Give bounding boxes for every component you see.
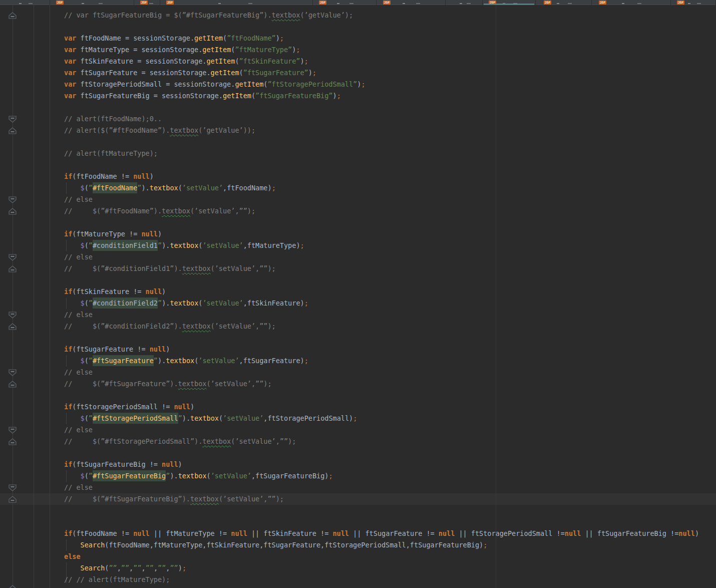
code-token: ”ftSkinFeature” [239,57,300,65]
code-line: if(ftFoodName != null || ftMatureType !=… [64,528,699,539]
code-token: ,ftSugarFeatureBig) [251,472,328,480]
code-token: var [64,80,76,88]
code-token: textbox [170,299,198,307]
code-token: ftFoodName = sessionStorage. [76,34,194,42]
code-token: ’setValue’ [223,414,263,422]
fold-region-start-icon[interactable] [9,311,17,318]
code-line: var ftFoodName = sessionStorage.getItem(… [64,33,284,44]
fold-region-start-icon[interactable] [9,196,17,203]
code-token: ftSugarFeatureBig = sessionStorage. [76,92,223,100]
code-line: Search(””,””,””,””,””,””); [64,562,186,574]
code-token: // else [64,368,93,376]
code-token: textbox [150,184,178,192]
fold-region-start-icon[interactable] [9,253,17,260]
editor-tab[interactable]: JSP [671,0,716,5]
code-token: null [146,287,162,296]
editor-tab[interactable]: JSP [160,0,313,5]
code-token: ) [178,564,182,572]
code-token: $ [81,299,85,307]
code-line: // else [64,194,93,205]
code-token: ) [695,529,699,537]
code-token: ) [166,345,170,353]
code-token: ; [304,57,308,65]
fold-region-end-icon[interactable] [9,380,17,387]
code-token: getItem [206,57,235,65]
editor-tab[interactable]: JSP [134,0,160,5]
code-token: ; [182,564,186,572]
code-line: if(ftSugarFeature != null) [64,344,170,355]
code-token: ). [182,414,190,422]
editor-tab[interactable] [0,0,50,5]
code-token: if [64,460,72,468]
code-token: textbox [170,126,198,134]
code-line: var ftSkinFeature = sessionStorage.getIt… [64,56,308,67]
code-token: ; [312,69,316,77]
code-token: ”” [121,564,129,572]
code-token: textbox [162,207,190,215]
code-token: getItem [223,92,251,100]
code-token: , [142,564,146,572]
jsp-file-icon: JSP [166,1,174,5]
code-token [64,241,81,249]
fold-region-end-icon[interactable] [9,265,17,272]
fold-region-start-icon[interactable] [9,484,17,491]
fold-region-end-icon[interactable] [9,495,17,502]
code-line: if(ftFoodName != null) [64,171,154,182]
code-token: #conditionField1 [93,240,158,251]
code-token: if [64,345,72,353]
code-token: ftSkinFeature = sessionStorage. [76,57,206,65]
right-margin-guide [496,5,496,588]
code-token: // else [64,311,93,319]
gutter-separator-line [34,5,34,588]
jsp-file-icon: JSP [544,1,551,5]
code-token: ; [328,472,332,480]
code-editor[interactable]: // var ftStoragePeriodSmall = $(”#ftStor… [0,5,716,588]
code-token: // alert($(”#ftFoodName”). [64,126,170,134]
editor-tab[interactable]: JSP [313,0,377,5]
code-token: // $(”#conditionField1”). [64,264,182,272]
code-token: null [439,529,455,537]
code-token: textbox [166,357,194,365]
code-token: (ftFoodName != [72,529,133,537]
code-line: $(”#ftSugarFeatureBig”).textbox(’setValu… [64,470,333,482]
fold-region-start-icon[interactable] [9,115,17,122]
code-line: var ftSugarFeature = sessionStorage.getI… [64,67,316,79]
code-token: ) [276,34,280,42]
code-token: , [117,564,121,572]
code-token: ,ftMatureType) [243,241,300,249]
code-token: null [565,529,581,537]
code-token: if [64,172,72,180]
editor-tab[interactable]: JSP [483,0,536,5]
code-line: var ftSugarFeatureBig = sessionStorage.g… [64,90,341,102]
fold-region-end-icon[interactable] [9,438,17,445]
code-token: || ftSugarFeature != [349,529,439,537]
editor-tab[interactable] [446,0,483,5]
fold-region-end-icon[interactable] [9,584,17,588]
code-token: textbox [190,495,219,503]
editor-tab[interactable]: JSP [536,0,592,5]
code-token: (’setValue’,””); [219,495,284,503]
editor-tab[interactable]: JSP [592,0,671,5]
fold-region-end-icon[interactable] [9,207,17,214]
fold-region-start-icon[interactable] [9,426,17,433]
fold-region-end-icon[interactable] [9,127,17,134]
code-line: var ftStoragePeriodSmall = sessionStorag… [64,79,366,90]
code-token: // $(”#conditionField2”). [64,322,182,330]
editor-tab[interactable]: JSP [377,0,446,5]
code-token: ” [89,472,93,480]
code-token: ( [85,184,89,192]
code-token: // else [64,195,93,203]
code-token: ) [178,460,182,468]
code-token: ( [239,69,243,77]
editor-tab[interactable]: JSP [50,0,134,5]
fold-region-start-icon[interactable] [9,369,17,376]
fold-region-end-icon[interactable] [9,323,17,330]
fold-region-end-icon[interactable] [9,12,17,19]
code-token: var [64,57,76,65]
code-token: ). [162,241,170,249]
code-token: ” [89,299,93,307]
code-token: ; [361,80,365,88]
code-line: // var ftSugarFeatureBig = $(”#ftSugarFe… [64,10,353,21]
code-token: // else [64,483,93,491]
code-token: ). [162,299,170,307]
